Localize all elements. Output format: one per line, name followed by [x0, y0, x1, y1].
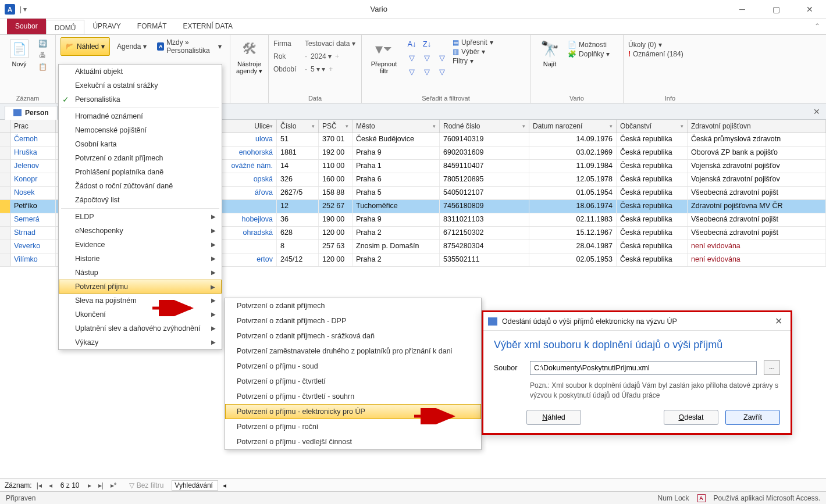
quick-access-toolbar: | ▾ — [20, 5, 27, 13]
search-input[interactable]: Vyhledávání — [172, 480, 218, 491]
menu-item[interactable]: Prohlášení poplatníka daně — [59, 165, 222, 179]
refresh-icon[interactable]: 🔄 — [37, 40, 48, 49]
ribbon-tabs: Soubor DOMŮ ÚPRAVY FORMÁT EXTERNÍ DATA ⌃ — [0, 19, 826, 35]
potvrzeni-prijmu-submenu: Potvrzení o zdanit příjmechPotvrzení o z… — [225, 298, 482, 450]
menu-item[interactable]: Uplatnění slev a daňového zvýhodnění▶ — [59, 321, 222, 335]
submenu-item[interactable]: Potvrzení o zdanit příjmech - srážková d… — [225, 328, 481, 344]
menu-item[interactable]: Personalistika✓ — [59, 92, 222, 106]
status-ready: Připraven — [6, 494, 35, 502]
status-bar: Připraven Num Lock A Používá aplikaci Mi… — [0, 491, 826, 504]
browse-button[interactable]: ... — [764, 360, 780, 375]
tools-icon: 🛠 — [240, 40, 259, 58]
dialog-heading: Výběr xml souboru k doplnění údajů o výš… — [494, 339, 780, 351]
titlebar: A | ▾ Vario ─ ▢ ✕ — [0, 0, 826, 19]
app-icon: A — [5, 4, 15, 15]
copy-icon[interactable]: 📋 — [37, 63, 48, 72]
sort-asc-icon: A↓ — [405, 37, 419, 50]
menu-item[interactable]: Hromadné oznámení — [59, 109, 222, 123]
window-title: Vario — [27, 5, 731, 13]
record-position: 6 z 10 — [57, 481, 83, 489]
soubor-label: Soubor — [494, 364, 523, 372]
doplnky-button[interactable]: 🧩Doplňky ▾ — [568, 50, 610, 58]
submenu-item[interactable]: Potvrzení zaměstnavatele druhého z popla… — [225, 344, 481, 359]
soubor-input[interactable] — [530, 361, 757, 375]
najit-button[interactable]: 🔭 Najít — [535, 37, 564, 67]
access-icon: A — [697, 494, 706, 502]
zavrit-button[interactable]: Zavřít — [725, 410, 780, 425]
new-button[interactable]: 📄 Nový — [5, 37, 34, 67]
document-tab[interactable]: Person — [5, 106, 58, 120]
moznosti-button[interactable]: 📄Možnosti — [568, 41, 610, 49]
tab-edits[interactable]: ÚPRAVY — [84, 19, 129, 34]
record-navigator: Záznam: |◂ ◂ 6 z 10 ▸ ▸| ▸* ▽ Bez filtru… — [0, 478, 826, 491]
tab-external[interactable]: EXTERNÍ DATA — [175, 19, 241, 34]
sort-icons[interactable]: A↓Z↓ ▽▽▽ ▽▽▽ — [405, 37, 449, 78]
odeslat-button[interactable]: Odeslat — [664, 410, 718, 425]
tab-format[interactable]: FORMÁT — [129, 19, 175, 34]
minimize-button[interactable]: ─ — [731, 5, 754, 14]
dialog-note: Pozn.: Xml soubor k doplnění údajů Vám b… — [530, 381, 780, 401]
nav-prev[interactable]: ◂ — [47, 481, 55, 489]
menu-item[interactable]: Exekuční a ostatní srážky — [59, 78, 222, 92]
submenu-item[interactable]: Potvrzení o příjmu - vedlejší činnost — [225, 434, 481, 449]
menu-item[interactable]: Žádost o roční zúčtování daně — [59, 179, 222, 193]
close-tab-icon[interactable]: ✕ — [813, 107, 820, 116]
filtry-button[interactable]: Filtry ▾ — [453, 57, 493, 65]
menu-item[interactable]: ELDP▶ — [59, 210, 222, 224]
submenu-item[interactable]: Potvrzení o příjmu - čtvrtletí — [225, 374, 481, 389]
print-icon[interactable]: 🖶 — [37, 51, 48, 60]
menu-item[interactable]: Aktuální objekt — [59, 65, 222, 78]
vyber-button[interactable]: ▥Výběr ▾ — [453, 48, 493, 56]
access-label: Používá aplikaci Microsoft Access. — [714, 494, 820, 502]
close-button[interactable]: ✕ — [798, 5, 821, 14]
submenu-item[interactable]: Potvrzení o příjmu - čtvrtletí - souhrn — [225, 389, 481, 404]
ukoly-button[interactable]: Úkoly (0) ▾ — [628, 41, 683, 49]
submenu-item[interactable]: Potvrzení o zdanit příjmech — [225, 298, 481, 313]
menu-item[interactable]: eNeschopenky▶ — [59, 224, 222, 238]
rok-select[interactable]: 2024 ▾ — [311, 52, 332, 60]
toggle-filter-button[interactable]: ▾⏷ Přepnout filtr — [366, 37, 401, 74]
no-filter-label: ▽ Bez filtru — [129, 481, 163, 489]
menu-item[interactable]: Potvrzení příjmu▶ — [59, 280, 222, 294]
menu-item[interactable]: Nástup▶ — [59, 266, 222, 280]
nav-next[interactable]: ▸ — [86, 481, 94, 489]
menu-item[interactable]: Potvrzení o zdanit příjmech — [59, 151, 222, 165]
obdobi-select[interactable]: 5 ▾ ▾ — [311, 65, 325, 73]
filter-icon: ▽ — [405, 51, 419, 64]
menu-item[interactable]: Výkazy▶ — [59, 335, 222, 349]
dialog-icon — [488, 317, 497, 326]
nav-first[interactable]: |◂ — [34, 481, 44, 489]
dialog-close-button[interactable]: ✕ — [771, 316, 786, 327]
nav-last[interactable]: ▸| — [96, 481, 106, 489]
breadcrumb[interactable]: AMzdy » Personalistika ▾ — [154, 37, 225, 56]
tab-file[interactable]: Soubor — [7, 19, 46, 34]
agenda-dropdown[interactable]: Agenda ▾ — [113, 37, 150, 56]
tab-home[interactable]: DOMŮ — [46, 20, 85, 34]
collapse-ribbon-icon[interactable]: ⌃ — [814, 22, 820, 30]
maximize-button[interactable]: ▢ — [764, 5, 788, 14]
binoculars-icon: 🔭 — [540, 40, 559, 58]
sort-desc-icon: Z↓ — [420, 37, 434, 50]
menu-item[interactable]: Zápočtový list — [59, 193, 222, 207]
submenu-item[interactable]: Potvrzení o příjmu - soud — [225, 359, 481, 374]
menu-item[interactable]: Osobní karta — [59, 137, 222, 151]
menu-item[interactable]: Historie▶ — [59, 252, 222, 266]
numlock-indicator: Num Lock — [658, 494, 689, 502]
funnel-icon: ▾⏷ — [375, 40, 393, 58]
dialog-title: Odeslání údajů o výši příjmů elektronick… — [502, 317, 677, 326]
menu-item[interactable]: Nemocenské pojištění — [59, 123, 222, 137]
oznameni-button[interactable]: !Oznámení (184) — [628, 50, 683, 58]
nav-new[interactable]: ▸* — [108, 481, 119, 489]
document-icon: 📄 — [10, 40, 29, 58]
xml-dialog: Odeslání údajů o výši příjmů elektronick… — [482, 310, 792, 435]
menu-item[interactable]: Evidence▶ — [59, 238, 222, 252]
upresnit-button[interactable]: ▤Upřesnit ▾ — [453, 38, 493, 47]
nahled-dropdown[interactable]: 📂Náhled ▾ — [60, 37, 110, 56]
submenu-item[interactable]: Potvrzení o zdanit příjmech - DPP — [225, 313, 481, 328]
nastroje-agendy-button[interactable]: 🛠 Nástroje agendy ▾ — [235, 37, 264, 74]
nahled-button[interactable]: Náhled — [526, 410, 581, 425]
